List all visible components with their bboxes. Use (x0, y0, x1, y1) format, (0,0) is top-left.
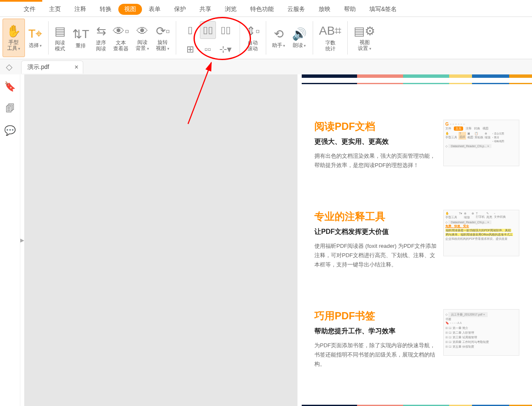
feature-read-pdf: 阅读PDF文档 更强大、更实用、更高效 拥有出色的文档渲染效果，强大的页面管理功… (302, 110, 532, 170)
tag-icon[interactable]: ◇ (6, 62, 12, 72)
feature-subtitle: 更强大、更实用、更高效 (314, 137, 437, 146)
page-layout-grid: ▯ ▯▯ ▯▯ ⊞ ▫▫ ⊹▾ (179, 19, 237, 57)
eye-doc-icon: 👁▫ (113, 25, 129, 38)
tool-read-background[interactable]: 👁 阅读 背景 (132, 19, 153, 57)
tool-hand[interactable]: ✋ 手型 工具 (3, 19, 25, 57)
left-nav-panel: 🔖 🗐 💬 (0, 74, 20, 406)
menu-protect[interactable]: 保护 (167, 3, 193, 16)
blank-page-area (25, 74, 302, 406)
feature-thumbnail: ◇ 员工手册_20120917.pdf 书签 🔖 ▫ ▫ ▫ ▫ A A 第一章… (443, 309, 519, 356)
reflow-icon: ⇅T (72, 27, 89, 41)
tool-word-count[interactable]: AB⌗ 字数 统计 (316, 19, 345, 57)
feature-thumbnail: G ▫ ▫ ▫ ▫ ▫ ▫ 文件主页注释转换视图 ✋手型工具 T选择 ▣截图 📋… (443, 120, 519, 166)
feature-desc: 拥有出色的文档渲染效果，强大的页面管理功能，帮助提升效率，是您阅读PDF的理想选… (314, 151, 437, 170)
tool-rotate-view[interactable]: ⟳▫ 旋转 视图 (153, 19, 173, 57)
document-page: 阅读PDF文档 更强大、更实用、更高效 拥有出色的文档渲染效果，强大的页面管理功… (302, 74, 532, 406)
feature-subtitle: 帮助您提升工作、学习效率 (314, 327, 437, 336)
tool-auto-scroll[interactable]: ⇕▫ 自动 滚动 (243, 19, 263, 57)
tool-reflow[interactable]: ⇅T 重排 (69, 19, 93, 57)
menu-cloud[interactable]: 云服务 (281, 3, 312, 16)
cursor-text-icon: T⌖ (28, 27, 42, 41)
ribbon: ✋ 手型 工具 T⌖ 选择 ▤ 阅读 模式 ⇅T 重排 ⇆ 逆序 阅读 👁▫ 文… (0, 17, 532, 59)
menu-present[interactable]: 放映 (312, 3, 337, 16)
tool-select[interactable]: T⌖ 选择 (25, 19, 46, 57)
layout-continuous-icon[interactable]: ▯▯ (200, 21, 216, 39)
menu-form[interactable]: 表单 (142, 3, 167, 16)
scroll-icon: ⇕▫ (246, 25, 260, 38)
wordcount-icon: AB⌗ (319, 25, 341, 38)
feature-annotation: 专业的注释工具 让PDF文档发挥更大价值 使用福昕PDF阅读器 (foxit r… (302, 200, 532, 269)
feature-bookmark: 巧用PDF书签 帮助您提升工作、学习效率 为PDF页面添加书签，除了实现内容的快… (302, 299, 532, 369)
document-tab-bar: ◇ 演示.pdf × (0, 59, 532, 74)
tool-read-mode[interactable]: ▤ 阅读 模式 (51, 19, 69, 57)
layout-separate-cover-icon[interactable]: ▫▫ (200, 41, 216, 58)
menu-browse[interactable]: 浏览 (218, 3, 243, 16)
feature-title: 阅读PDF文档 (314, 120, 437, 133)
chat-icon[interactable]: 💬 (4, 125, 16, 136)
menu-help[interactable]: 帮助 (337, 3, 363, 16)
feature-thumbnail: ✋手型工具 T▾ ⊕缩放 ⊕ T打字机 ✎高亮 ▫文件转换 ◇ Datashee… (443, 210, 519, 256)
page-header-strip (302, 74, 532, 78)
feature-subtitle: 让PDF文档发挥更大价值 (314, 228, 437, 236)
tool-reverse-read[interactable]: ⇆ 逆序 阅读 (93, 19, 109, 57)
menu-bar: 文件 主页 注释 转换 视图 表单 保护 共享 浏览 特色功能 云服务 放映 帮… (0, 2, 532, 17)
menu-comment[interactable]: 注释 (68, 3, 93, 16)
main-area: 🔖 🗐 💬 ▶ 阅读PDF文档 更强大、更实用、更高效 拥有出色的文档渲染效果，… (0, 74, 532, 406)
tool-text-viewer[interactable]: 👁▫ 文本 查看器 (109, 19, 132, 57)
reverse-icon: ⇆ (96, 25, 106, 38)
feature-title: 专业的注释工具 (314, 210, 437, 223)
tool-view-settings[interactable]: ▤⚙ 视图 设置 (350, 19, 379, 57)
layout-split-icon[interactable]: ⊹▾ (218, 41, 234, 58)
menu-file[interactable]: 文件 (17, 3, 42, 16)
layout-facing-icon[interactable]: ▯▯ (218, 21, 234, 39)
panel-collapse-handle[interactable]: ▶ (20, 74, 25, 406)
pages-icon[interactable]: 🗐 (5, 103, 15, 114)
book-icon: ▤ (55, 25, 65, 38)
layout-single-icon[interactable]: ▯ (182, 21, 198, 39)
menu-convert[interactable]: 转换 (93, 3, 118, 16)
hand-icon: ✋ (6, 24, 21, 38)
feature-title: 巧用PDF书签 (314, 309, 437, 323)
menu-share[interactable]: 共享 (193, 3, 218, 16)
menu-fillsign[interactable]: 填写&签名 (363, 3, 404, 16)
feature-desc: 为PDF页面添加书签，除了实现内容的快速导航，书签还能指明不同书签的层级关系，展… (314, 341, 437, 369)
page-header-strip-thin (302, 83, 532, 84)
menu-view[interactable]: 视图 (118, 4, 142, 15)
document-tab-title: 演示.pdf (27, 63, 49, 71)
feature-desc: 使用福昕PDF阅读器 (foxit reader) 为PDF文件添加注释，可对P… (314, 241, 437, 269)
tool-speak[interactable]: 🔊 朗读 (289, 19, 310, 57)
menu-features[interactable]: 特色功能 (243, 3, 281, 16)
tool-assistant[interactable]: ⟲ 助手 (269, 19, 289, 57)
eye-icon: 👁 (136, 24, 148, 38)
bookmark-icon[interactable]: 🔖 (4, 81, 16, 92)
document-tab[interactable]: 演示.pdf × (21, 60, 83, 74)
speaker-icon: 🔊 (292, 27, 307, 41)
rotate-icon: ⟳▫ (156, 24, 170, 38)
settings-list-icon: ▤⚙ (354, 24, 375, 38)
assist-icon: ⟲ (274, 27, 284, 41)
layout-facing-continuous-icon[interactable]: ⊞ (182, 41, 198, 58)
close-icon[interactable]: × (74, 63, 78, 71)
menu-home[interactable]: 主页 (42, 3, 68, 16)
